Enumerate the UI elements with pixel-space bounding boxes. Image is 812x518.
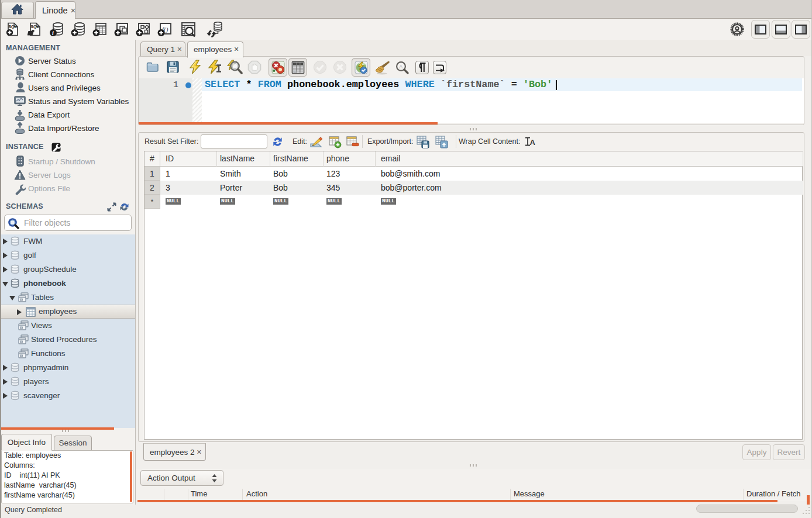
svg-text:SQL: SQL: [30, 24, 39, 29]
svg-text:A: A: [530, 138, 536, 147]
svg-text:SQL: SQL: [8, 24, 17, 29]
svg-text:A: A: [399, 64, 402, 70]
svg-text:i: i: [52, 30, 54, 36]
